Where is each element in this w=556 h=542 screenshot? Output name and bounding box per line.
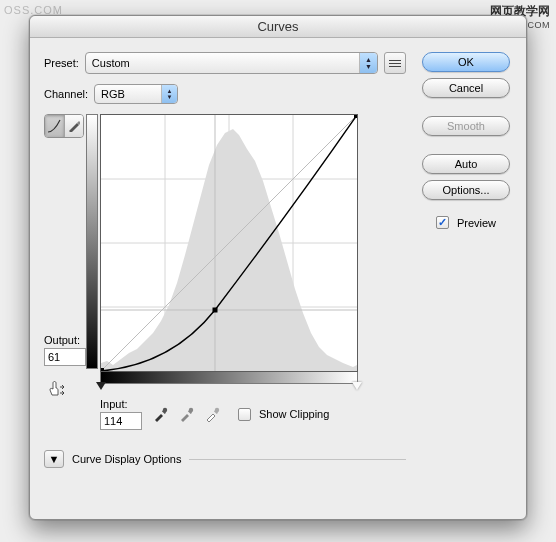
show-clipping-option[interactable]: Show Clipping xyxy=(238,408,329,421)
black-eyedropper[interactable] xyxy=(152,405,170,423)
dialog-title: Curves xyxy=(30,16,526,38)
hand-arrows-icon xyxy=(47,379,67,399)
svg-rect-11 xyxy=(213,308,218,313)
triangle-down-icon: ▼ xyxy=(49,453,60,465)
white-point-slider[interactable] xyxy=(352,382,362,390)
output-label: Output: xyxy=(44,334,86,346)
input-label: Input: xyxy=(100,398,142,410)
curves-dialog: Curves Preset: Custom ▲▼ Channel: RGB ▲▼ xyxy=(29,15,527,520)
auto-button[interactable]: Auto xyxy=(422,154,510,174)
eyedropper-icon xyxy=(179,406,195,422)
curve-pencil-tool[interactable] xyxy=(65,115,84,137)
curve-icon xyxy=(47,119,61,133)
smooth-button[interactable]: Smooth xyxy=(422,116,510,136)
preset-menu-button[interactable] xyxy=(384,52,406,74)
white-eyedropper[interactable] xyxy=(204,405,222,423)
black-point-slider[interactable] xyxy=(96,382,106,390)
cancel-button[interactable]: Cancel xyxy=(422,78,510,98)
preset-dropdown-arrows-icon[interactable]: ▲▼ xyxy=(359,53,377,73)
svg-rect-10 xyxy=(354,115,357,118)
curve-display-toggle[interactable]: ▼ xyxy=(44,450,64,468)
preset-dropdown[interactable]: Custom xyxy=(85,52,378,74)
divider xyxy=(189,459,406,460)
eyedropper-icon xyxy=(205,406,221,422)
curves-chart[interactable] xyxy=(100,114,358,372)
curve-point-tool[interactable] xyxy=(45,115,65,137)
menu-icon xyxy=(385,53,405,73)
output-gradient xyxy=(86,114,98,369)
preview-option[interactable]: Preview xyxy=(436,216,496,229)
gray-eyedropper[interactable] xyxy=(178,405,196,423)
preset-label: Preset: xyxy=(44,57,79,69)
svg-rect-9 xyxy=(101,368,104,371)
output-field[interactable]: 61 xyxy=(44,348,86,366)
curve-tool-toggle[interactable] xyxy=(44,114,84,138)
channel-dropdown-arrows-icon[interactable]: ▲▼ xyxy=(161,85,177,103)
curve-display-options-label: Curve Display Options xyxy=(72,453,181,465)
hand-tool-button[interactable] xyxy=(44,376,70,402)
show-clipping-label: Show Clipping xyxy=(259,408,329,420)
eyedropper-icon xyxy=(153,406,169,422)
channel-label: Channel: xyxy=(44,88,88,100)
preview-checkbox[interactable] xyxy=(436,216,449,229)
show-clipping-checkbox[interactable] xyxy=(238,408,251,421)
input-field[interactable]: 114 xyxy=(100,412,142,430)
pencil-icon xyxy=(68,120,80,132)
input-gradient[interactable] xyxy=(100,372,358,384)
preview-label: Preview xyxy=(457,217,496,229)
options-button[interactable]: Options... xyxy=(422,180,510,200)
ok-button[interactable]: OK xyxy=(422,52,510,72)
